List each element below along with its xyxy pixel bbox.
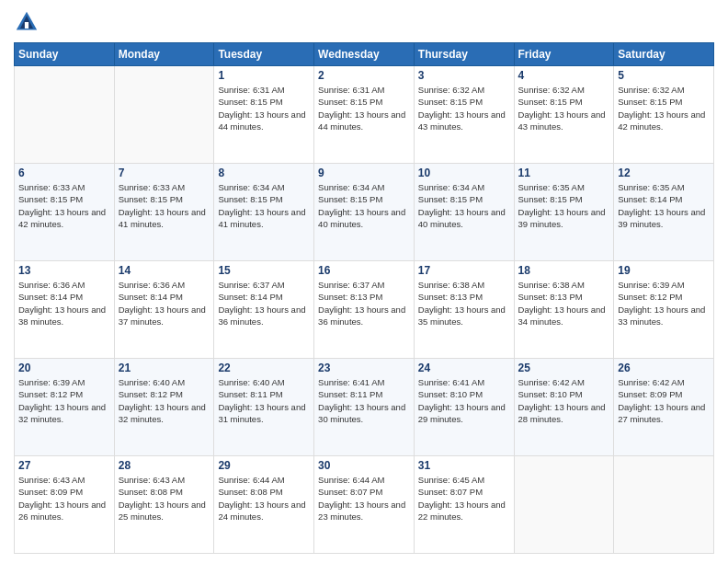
calendar-weekday-thursday: Thursday (414, 43, 514, 66)
day-number: 7 (119, 167, 210, 179)
day-number: 9 (318, 167, 410, 179)
calendar-cell-0-2: 1Sunrise: 6:31 AM Sunset: 8:15 PM Daylig… (214, 66, 314, 164)
day-number: 31 (418, 459, 510, 472)
day-info: Sunrise: 6:41 AM Sunset: 8:11 PM Dayligh… (318, 376, 410, 425)
calendar-cell-4-0: 27Sunrise: 6:43 AM Sunset: 8:09 PM Dayli… (15, 456, 115, 554)
day-number: 15 (218, 264, 310, 277)
calendar-cell-2-3: 16Sunrise: 6:37 AM Sunset: 8:13 PM Dayli… (314, 261, 415, 359)
day-info: Sunrise: 6:36 AM Sunset: 8:14 PM Dayligh… (18, 279, 110, 327)
calendar-week-0: 1Sunrise: 6:31 AM Sunset: 8:15 PM Daylig… (15, 66, 714, 164)
day-number: 23 (318, 362, 410, 374)
day-info: Sunrise: 6:40 AM Sunset: 8:11 PM Dayligh… (218, 376, 310, 425)
calendar-cell-4-2: 29Sunrise: 6:44 AM Sunset: 8:08 PM Dayli… (214, 456, 314, 554)
logo (14, 9, 43, 35)
day-number: 20 (18, 362, 110, 374)
calendar-cell-2-5: 18Sunrise: 6:38 AM Sunset: 8:13 PM Dayli… (514, 261, 614, 359)
day-info: Sunrise: 6:36 AM Sunset: 8:14 PM Dayligh… (119, 279, 210, 327)
day-number: 27 (18, 459, 110, 472)
day-info: Sunrise: 6:37 AM Sunset: 8:13 PM Dayligh… (318, 279, 410, 327)
day-info: Sunrise: 6:44 AM Sunset: 8:07 PM Dayligh… (318, 474, 410, 523)
day-number: 22 (218, 362, 310, 374)
svg-rect-2 (25, 22, 28, 29)
day-info: Sunrise: 6:40 AM Sunset: 8:12 PM Dayligh… (119, 376, 210, 425)
day-number: 1 (218, 69, 310, 82)
calendar-cell-3-3: 23Sunrise: 6:41 AM Sunset: 8:11 PM Dayli… (314, 359, 415, 456)
calendar-cell-1-4: 10Sunrise: 6:34 AM Sunset: 8:15 PM Dayli… (414, 164, 514, 261)
day-info: Sunrise: 6:33 AM Sunset: 8:15 PM Dayligh… (119, 181, 210, 230)
calendar-cell-4-1: 28Sunrise: 6:43 AM Sunset: 8:08 PM Dayli… (114, 456, 214, 554)
day-number: 8 (218, 167, 310, 179)
calendar-header-row: SundayMondayTuesdayWednesdayThursdayFrid… (15, 43, 714, 66)
day-number: 21 (119, 362, 210, 374)
day-info: Sunrise: 6:31 AM Sunset: 8:15 PM Dayligh… (218, 84, 310, 132)
day-info: Sunrise: 6:39 AM Sunset: 8:12 PM Dayligh… (18, 376, 110, 425)
header (14, 9, 714, 35)
calendar-cell-1-0: 6Sunrise: 6:33 AM Sunset: 8:15 PM Daylig… (15, 164, 115, 261)
calendar-weekday-wednesday: Wednesday (314, 43, 415, 66)
day-info: Sunrise: 6:42 AM Sunset: 8:10 PM Dayligh… (518, 376, 610, 425)
calendar-cell-0-1 (114, 66, 214, 164)
day-info: Sunrise: 6:34 AM Sunset: 8:15 PM Dayligh… (318, 181, 410, 230)
calendar-cell-2-0: 13Sunrise: 6:36 AM Sunset: 8:14 PM Dayli… (15, 261, 115, 359)
calendar-cell-1-1: 7Sunrise: 6:33 AM Sunset: 8:15 PM Daylig… (114, 164, 214, 261)
calendar-table: SundayMondayTuesdayWednesdayThursdayFrid… (14, 42, 714, 554)
calendar-cell-3-4: 24Sunrise: 6:41 AM Sunset: 8:10 PM Dayli… (414, 359, 514, 456)
day-info: Sunrise: 6:38 AM Sunset: 8:13 PM Dayligh… (418, 279, 510, 327)
calendar-cell-3-0: 20Sunrise: 6:39 AM Sunset: 8:12 PM Dayli… (15, 359, 115, 456)
day-number: 14 (119, 264, 210, 277)
day-info: Sunrise: 6:34 AM Sunset: 8:15 PM Dayligh… (218, 181, 310, 230)
calendar-week-4: 27Sunrise: 6:43 AM Sunset: 8:09 PM Dayli… (15, 456, 714, 554)
calendar-cell-4-4: 31Sunrise: 6:45 AM Sunset: 8:07 PM Dayli… (414, 456, 514, 554)
day-number: 17 (418, 264, 510, 277)
day-info: Sunrise: 6:41 AM Sunset: 8:10 PM Dayligh… (418, 376, 510, 425)
day-info: Sunrise: 6:35 AM Sunset: 8:14 PM Dayligh… (618, 181, 710, 230)
calendar-week-3: 20Sunrise: 6:39 AM Sunset: 8:12 PM Dayli… (15, 359, 714, 456)
day-number: 4 (518, 69, 610, 82)
day-number: 18 (518, 264, 610, 277)
page: SundayMondayTuesdayWednesdayThursdayFrid… (0, 0, 728, 563)
day-number: 6 (18, 167, 110, 179)
calendar-cell-3-6: 26Sunrise: 6:42 AM Sunset: 8:09 PM Dayli… (614, 359, 714, 456)
day-info: Sunrise: 6:44 AM Sunset: 8:08 PM Dayligh… (218, 474, 310, 523)
calendar-cell-3-2: 22Sunrise: 6:40 AM Sunset: 8:11 PM Dayli… (214, 359, 314, 456)
day-number: 19 (618, 264, 710, 277)
day-number: 12 (618, 167, 710, 179)
logo-icon (14, 9, 40, 35)
calendar-weekday-sunday: Sunday (15, 43, 115, 66)
calendar-cell-4-3: 30Sunrise: 6:44 AM Sunset: 8:07 PM Dayli… (314, 456, 415, 554)
calendar-cell-3-1: 21Sunrise: 6:40 AM Sunset: 8:12 PM Dayli… (114, 359, 214, 456)
calendar-cell-0-5: 4Sunrise: 6:32 AM Sunset: 8:15 PM Daylig… (514, 66, 614, 164)
day-info: Sunrise: 6:42 AM Sunset: 8:09 PM Dayligh… (618, 376, 710, 425)
calendar-cell-4-6 (614, 456, 714, 554)
calendar-cell-3-5: 25Sunrise: 6:42 AM Sunset: 8:10 PM Dayli… (514, 359, 614, 456)
calendar-cell-0-4: 3Sunrise: 6:32 AM Sunset: 8:15 PM Daylig… (414, 66, 514, 164)
calendar-cell-1-3: 9Sunrise: 6:34 AM Sunset: 8:15 PM Daylig… (314, 164, 415, 261)
day-number: 3 (418, 69, 510, 82)
day-number: 26 (618, 362, 710, 374)
calendar-cell-0-0 (15, 66, 115, 164)
calendar-cell-0-3: 2Sunrise: 6:31 AM Sunset: 8:15 PM Daylig… (314, 66, 415, 164)
day-info: Sunrise: 6:39 AM Sunset: 8:12 PM Dayligh… (618, 279, 710, 327)
day-info: Sunrise: 6:38 AM Sunset: 8:13 PM Dayligh… (518, 279, 610, 327)
calendar-cell-1-2: 8Sunrise: 6:34 AM Sunset: 8:15 PM Daylig… (214, 164, 314, 261)
day-info: Sunrise: 6:33 AM Sunset: 8:15 PM Dayligh… (18, 181, 110, 230)
calendar-weekday-friday: Friday (514, 43, 614, 66)
calendar-weekday-tuesday: Tuesday (214, 43, 314, 66)
day-number: 13 (18, 264, 110, 277)
day-number: 24 (418, 362, 510, 374)
day-info: Sunrise: 6:32 AM Sunset: 8:15 PM Dayligh… (418, 84, 510, 132)
day-number: 29 (218, 459, 310, 472)
day-info: Sunrise: 6:32 AM Sunset: 8:15 PM Dayligh… (618, 84, 710, 132)
day-info: Sunrise: 6:31 AM Sunset: 8:15 PM Dayligh… (318, 84, 410, 132)
day-number: 16 (318, 264, 410, 277)
calendar-weekday-monday: Monday (114, 43, 214, 66)
day-info: Sunrise: 6:34 AM Sunset: 8:15 PM Dayligh… (418, 181, 510, 230)
day-info: Sunrise: 6:45 AM Sunset: 8:07 PM Dayligh… (418, 474, 510, 523)
calendar-week-1: 6Sunrise: 6:33 AM Sunset: 8:15 PM Daylig… (15, 164, 714, 261)
day-info: Sunrise: 6:43 AM Sunset: 8:08 PM Dayligh… (119, 474, 210, 523)
calendar-cell-4-5 (514, 456, 614, 554)
day-number: 11 (518, 167, 610, 179)
day-info: Sunrise: 6:43 AM Sunset: 8:09 PM Dayligh… (18, 474, 110, 523)
day-info: Sunrise: 6:35 AM Sunset: 8:15 PM Dayligh… (518, 181, 610, 230)
day-number: 5 (618, 69, 710, 82)
